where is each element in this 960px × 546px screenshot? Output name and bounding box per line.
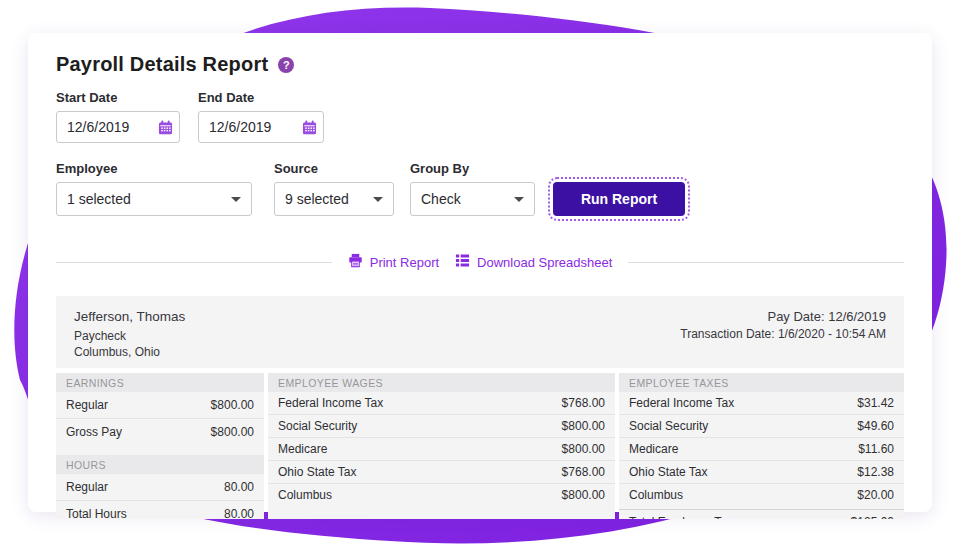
divider-line <box>56 262 332 263</box>
printer-icon <box>348 253 363 271</box>
employee-location: Columbus, Ohio <box>74 344 185 360</box>
run-report-button[interactable]: Run Report <box>553 182 685 216</box>
report-card: Payroll Details Report ? Start Date <box>28 33 932 512</box>
table-row: Regular$800.00 <box>56 392 264 418</box>
total-employee-taxes-row: Total Employee Taxes $125.00 <box>619 509 904 519</box>
source-label: Source <box>274 161 394 176</box>
source-select-value: 9 selected <box>285 191 349 207</box>
transaction-date: Transaction Date: 1/6/2020 - 10:54 AM <box>680 327 886 341</box>
employee-taxes-column: EMPLOYEE TAXES Federal Income Tax$31.42S… <box>619 373 904 519</box>
row-value: $800.00 <box>562 442 605 456</box>
page: Payroll Details Report ? Start Date <box>0 0 960 546</box>
check-dates: Pay Date: 12/6/2019 Transaction Date: 1/… <box>680 309 886 356</box>
print-report-link[interactable]: Print Report <box>348 253 439 271</box>
download-spreadsheet-label: Download Spreadsheet <box>477 255 612 270</box>
table-row: Regular80.00 <box>56 474 264 500</box>
row-value: 80.00 <box>224 480 254 494</box>
table-row: Columbus$20.00 <box>619 483 904 506</box>
row-label: Medicare <box>278 442 327 456</box>
table-row: Columbus$800.00 <box>268 483 615 506</box>
earnings-hours-column: EARNINGS Regular$800.00Gross Pay$800.00 … <box>56 373 264 519</box>
row-value: $768.00 <box>562 396 605 410</box>
row-label: Social Security <box>278 419 357 433</box>
row-value: $800.00 <box>211 398 254 412</box>
row-value: $800.00 <box>562 488 605 502</box>
row-label: Total Hours <box>66 507 127 519</box>
table-row: Ohio State Tax$768.00 <box>268 460 615 483</box>
hours-header: HOURS <box>56 455 264 474</box>
calendar-icon[interactable] <box>158 120 173 135</box>
employee-taxes-header: EMPLOYEE TAXES <box>619 373 904 392</box>
employee-select-value: 1 selected <box>67 191 131 207</box>
print-report-label: Print Report <box>370 255 439 270</box>
table-row: Medicare$11.60 <box>619 437 904 460</box>
end-date-label: End Date <box>198 90 324 105</box>
row-label: Ohio State Tax <box>278 465 357 479</box>
table-row: Medicare$800.00 <box>268 437 615 460</box>
chevron-down-icon <box>231 197 241 202</box>
employee-label: Employee <box>56 161 252 176</box>
row-label: Gross Pay <box>66 425 122 439</box>
report-result: Jefferson, Thomas Paycheck Columbus, Ohi… <box>56 296 904 519</box>
spreadsheet-list-icon <box>455 253 470 271</box>
row-value: $31.42 <box>857 396 894 410</box>
group-by-select[interactable]: Check <box>410 182 535 216</box>
row-label: Regular <box>66 480 108 494</box>
row-label: Medicare <box>629 442 678 456</box>
table-row: Social Security$800.00 <box>268 414 615 437</box>
earnings-table: EARNINGS Regular$800.00Gross Pay$800.00 <box>56 373 264 445</box>
employee-select[interactable]: 1 selected <box>56 182 252 216</box>
check-summary-band: Jefferson, Thomas Paycheck Columbus, Ohi… <box>56 296 904 368</box>
table-row: Gross Pay$800.00 <box>56 418 264 445</box>
start-date-label: Start Date <box>56 90 180 105</box>
source-filter-group: Source 9 selected <box>274 161 394 216</box>
end-date-group: End Date <box>198 90 324 143</box>
row-value: $20.00 <box>857 488 894 502</box>
table-row: Social Security$49.60 <box>619 414 904 437</box>
group-by-label: Group By <box>410 161 535 176</box>
employee-wages-header: EMPLOYEE WAGES <box>268 373 615 392</box>
row-label: Federal Income Tax <box>278 396 383 410</box>
row-value: 80.00 <box>224 507 254 519</box>
table-row: Ohio State Tax$12.38 <box>619 460 904 483</box>
employee-name: Jefferson, Thomas <box>74 309 185 324</box>
row-label: Federal Income Tax <box>629 396 734 410</box>
divider-line <box>628 262 904 263</box>
group-by-filter-group: Group By Check <box>410 161 535 216</box>
row-value: $12.38 <box>857 465 894 479</box>
table-row: Federal Income Tax$31.42 <box>619 392 904 414</box>
pay-date: Pay Date: 12/6/2019 <box>680 309 886 324</box>
total-value: $125.00 <box>851 515 894 519</box>
row-label: Social Security <box>629 419 708 433</box>
chevron-down-icon <box>373 197 383 202</box>
employee-wages-column: EMPLOYEE WAGES Federal Income Tax$768.00… <box>268 373 615 519</box>
page-title: Payroll Details Report <box>56 53 268 76</box>
start-date-group: Start Date <box>56 90 180 143</box>
table-row: Total Hours80.00 <box>56 500 264 519</box>
table-row: Federal Income Tax$768.00 <box>268 392 615 414</box>
earnings-header: EARNINGS <box>56 373 264 392</box>
row-value: $49.60 <box>857 419 894 433</box>
check-type: Paycheck <box>74 328 185 344</box>
row-value: $800.00 <box>562 419 605 433</box>
source-select[interactable]: 9 selected <box>274 182 394 216</box>
help-icon[interactable]: ? <box>278 57 294 73</box>
download-spreadsheet-link[interactable]: Download Spreadsheet <box>455 253 612 271</box>
row-label: Columbus <box>629 488 683 502</box>
group-by-select-value: Check <box>421 191 461 207</box>
row-label: Ohio State Tax <box>629 465 708 479</box>
row-value: $11.60 <box>858 442 894 456</box>
employee-filter-group: Employee 1 selected <box>56 161 252 216</box>
row-label: Columbus <box>278 488 332 502</box>
calendar-icon[interactable] <box>302 120 317 135</box>
row-label: Regular <box>66 398 108 412</box>
employee-info: Jefferson, Thomas Paycheck Columbus, Ohi… <box>74 309 185 356</box>
chevron-down-icon <box>514 197 524 202</box>
total-label: Total Employee Taxes <box>629 515 746 519</box>
spacer <box>56 445 264 455</box>
row-value: $800.00 <box>211 425 254 439</box>
hours-table: HOURS Regular80.00Total Hours80.00 <box>56 455 264 519</box>
row-value: $768.00 <box>562 465 605 479</box>
